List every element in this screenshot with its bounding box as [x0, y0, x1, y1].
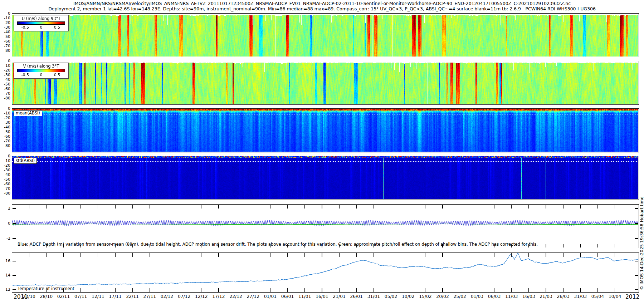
x-tick-mark [236, 253, 236, 257]
x-tick-mark [270, 288, 270, 292]
depth-tick-label: -40 [0, 125, 10, 129]
temperature-tick-label: 14 [0, 273, 10, 278]
x-tick-label: 27/11 [143, 294, 156, 299]
x-tick-mark [408, 253, 408, 257]
x-tick-mark [425, 253, 425, 257]
depth-var-tick-label: -2 [0, 236, 10, 241]
x-tick-mark [167, 253, 167, 257]
depth-tick-label: -30 [0, 168, 10, 172]
x-tick-mark [150, 205, 150, 209]
x-tick-mark [80, 288, 81, 292]
depth-variation-panel: Blue: ADCP Depth (m) variation from sens… [12, 204, 639, 248]
x-tick-mark [322, 253, 322, 257]
x-tick-label: 16/03 [522, 294, 535, 299]
y-tick-mark [635, 261, 638, 261]
x-tick-mark [477, 288, 477, 292]
depth-tick-label: -10 [0, 63, 10, 68]
adcp-report-figure: IMOS/ANMN/NRS/NRSMAI/Velocity/IMOS_ANMN-… [0, 0, 644, 304]
v-colorbar-gradient [17, 69, 65, 72]
x-tick-mark [98, 205, 98, 209]
x-tick-mark [580, 244, 581, 247]
x-tick-mark [236, 205, 236, 209]
x-tick-mark [184, 253, 184, 257]
x-tick-mark [150, 288, 150, 292]
v-colorbar-tick-zero: 0 [40, 73, 43, 77]
x-tick-label: 15/02 [419, 294, 431, 299]
depth-tick-label: -10 [0, 158, 10, 163]
temperature-tick-label: 12 [0, 287, 10, 292]
x-tick-label: 05/02 [385, 294, 397, 299]
x-tick-mark [563, 253, 564, 257]
depth-tick-label: -20 [0, 116, 10, 120]
x-tick-mark [218, 253, 219, 257]
x-tick-mark [184, 205, 184, 209]
x-tick-mark [597, 253, 598, 257]
x-tick-label: 31/01 [367, 294, 380, 299]
y-tick-mark [635, 289, 638, 290]
depth-tick-label: -60 [0, 134, 10, 139]
std-absi-label: std(ABSI) [14, 158, 37, 164]
x-tick-label: 07/12 [178, 294, 190, 299]
v-colorbar-tick-min: -0.5 [21, 73, 29, 77]
x-tick-mark [218, 288, 219, 292]
x-tick-mark [201, 205, 201, 209]
x-tick-label: 10/02 [402, 294, 414, 299]
depth-tick-label: -20 [0, 20, 10, 25]
x-tick-mark [322, 205, 322, 209]
depth-tick-label: -70 [0, 139, 10, 143]
depth-tick-label: -10 [0, 111, 10, 116]
x-tick-mark [615, 253, 615, 257]
x-axis-year-end: 2012 [625, 294, 639, 300]
x-tick-mark [563, 288, 564, 292]
x-tick-mark [339, 253, 339, 257]
x-tick-mark [391, 288, 391, 292]
x-tick-label: 12/12 [195, 294, 208, 299]
x-tick-label: 06/03 [488, 294, 501, 299]
x-tick-label: 02/11 [57, 294, 70, 299]
v-colorbar-tick-max: 0.5 [54, 73, 60, 77]
temperature-plot [12, 253, 638, 292]
x-tick-label: 10/04 [609, 294, 621, 299]
x-tick-mark [201, 253, 201, 257]
x-axis-year-start: 2011 [14, 294, 28, 300]
u-velocity-heatmap [12, 14, 638, 57]
x-tick-mark [304, 288, 305, 292]
u-colorbar-wrap: -0.5 0 0.5 [17, 21, 65, 30]
u-colorbar-gradient [17, 21, 65, 25]
x-tick-label: 28/10 [40, 294, 53, 299]
x-tick-mark [63, 205, 64, 209]
x-tick-mark [29, 205, 29, 209]
x-tick-mark [425, 205, 425, 209]
depth-variation-plot [12, 205, 638, 247]
x-tick-mark [511, 205, 512, 209]
x-tick-label: 12/11 [92, 294, 104, 299]
x-tick-mark [150, 253, 150, 257]
std-absi-panel: std(ABSI) [12, 156, 639, 200]
depth-tick-label: -10 [0, 16, 10, 20]
x-tick-mark [580, 253, 581, 257]
x-tick-label: 05/04 [591, 294, 604, 299]
x-tick-label: 01/03 [471, 294, 483, 299]
depth-var-tick-label: 0 [0, 221, 10, 226]
x-tick-mark [339, 288, 339, 292]
x-tick-mark [304, 205, 305, 209]
x-tick-mark [425, 288, 425, 292]
x-tick-mark [46, 253, 47, 257]
x-tick-label: 26/01 [350, 294, 363, 299]
x-tick-mark [80, 205, 81, 209]
depth-tick-label: -70 [0, 91, 10, 96]
x-tick-mark [115, 288, 115, 292]
depth-tick-label: -60 [0, 87, 10, 91]
x-tick-label: 02/12 [161, 294, 173, 299]
depth-tick-label: -70 [0, 44, 10, 48]
x-tick-label: 21/01 [333, 294, 345, 299]
depth-var-tick-label: 2 [0, 206, 10, 211]
x-tick-label: 26/03 [557, 294, 569, 299]
x-tick-mark [184, 288, 184, 292]
x-tick-mark [460, 205, 460, 209]
x-tick-mark [494, 205, 494, 209]
plot-line [12, 224, 638, 225]
x-tick-mark [580, 205, 581, 209]
depth-tick-label: -80 [0, 143, 10, 148]
u-colorbar-tick-max: 0.5 [54, 25, 60, 30]
